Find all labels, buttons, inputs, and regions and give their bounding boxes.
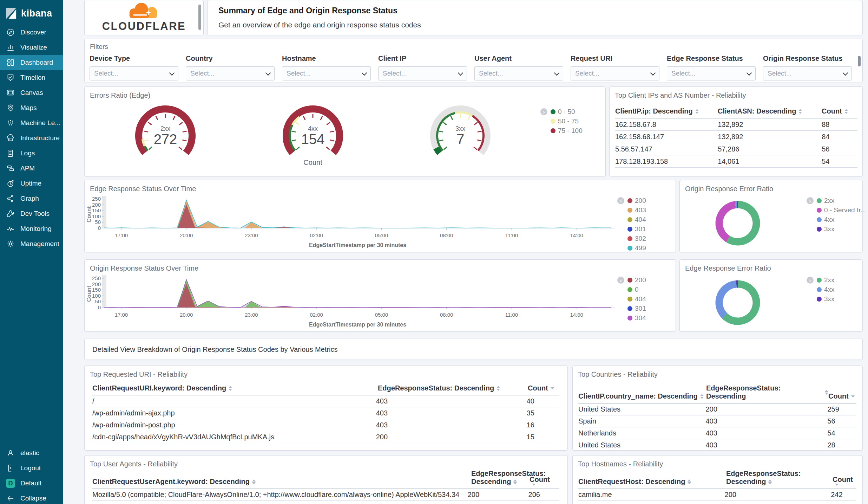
filter-select[interactable]: Select... (571, 66, 659, 80)
table-row[interactable]: /wp-admin/admin-ajax.php40335 (92, 407, 559, 419)
sidebar-item-timelion[interactable]: Timelion (0, 70, 63, 85)
panel-scrollbar[interactable] (858, 56, 861, 66)
sort-carets-icon[interactable] (688, 479, 691, 484)
column-header[interactable]: ClientRequestUserAgent.keyword: Descendi… (92, 478, 471, 486)
column-header[interactable]: EdgeResponseStatus:Descending (726, 470, 833, 486)
column-header[interactable]: EdgeResponseStatus:Descending (471, 470, 530, 486)
sidebar-item-visualize[interactable]: Visualize (0, 40, 63, 55)
sort-carets-icon[interactable] (252, 479, 256, 484)
sidebar-item-apm[interactable]: APM (0, 161, 63, 176)
column-header[interactable]: Count (833, 476, 855, 486)
sidebar-item-dashboard[interactable]: Dashboard (0, 55, 63, 70)
legend-item[interactable]: 301 (627, 305, 646, 312)
legend-item[interactable]: 302 (627, 235, 646, 243)
legend-item[interactable]: ›200 (627, 197, 646, 205)
panel-scrollbar[interactable] (198, 5, 201, 30)
sort-carets-icon[interactable] (513, 479, 517, 484)
column-header[interactable]: ClientIP.ip: Descending (615, 107, 718, 115)
table-row[interactable]: /wp-admin/admin-post.php40316 (92, 419, 559, 431)
legend-item[interactable]: 0 - Served fr... (817, 206, 866, 214)
sort-carets-icon[interactable] (768, 479, 772, 484)
sort-carets-icon[interactable] (825, 390, 828, 395)
column-header[interactable]: EdgeResponseStatus: Descending (706, 384, 828, 400)
legend-item[interactable]: 4xx (817, 216, 866, 224)
filter-select[interactable]: Select... (90, 66, 178, 80)
legend-toggle-icon[interactable]: › (617, 277, 624, 284)
sidebar-item-dev-tools[interactable]: Dev Tools (0, 206, 63, 221)
legend-item[interactable]: ›2xx (817, 197, 866, 205)
column-header[interactable]: Count (530, 476, 558, 486)
sort-carets-icon[interactable] (844, 109, 848, 114)
sort-carets-icon[interactable] (695, 109, 699, 114)
legend-item[interactable]: 0 (627, 286, 646, 293)
column-header[interactable]: EdgeResponseStatus: Descending (378, 384, 528, 392)
sidebar-item-management[interactable]: Management (0, 236, 63, 252)
table-row[interactable]: 162.158.67.8132,89288 (615, 118, 857, 131)
sidebar-item-logout[interactable]: Logout (0, 460, 63, 476)
legend-toggle-icon[interactable]: › (807, 197, 814, 204)
sort-carets-icon[interactable] (229, 386, 232, 391)
table-row[interactable]: Netherlands40354 (578, 427, 856, 439)
sidebar-item-uptime[interactable]: Uptime (0, 176, 63, 191)
filter-select[interactable]: Select... (282, 66, 371, 80)
legend-item[interactable]: 75 - 100 (551, 127, 583, 135)
column-header[interactable]: ClientASN: Descending (718, 107, 822, 115)
sort-caret-down-icon[interactable] (551, 387, 554, 389)
legend-item[interactable]: 3xx (817, 295, 835, 303)
column-header[interactable]: Count (528, 384, 558, 392)
column-header[interactable]: ClientRequestURI.keyword: Descending (92, 384, 378, 392)
legend-item[interactable]: 404 (627, 295, 646, 303)
legend-item[interactable]: 403 (627, 206, 646, 214)
sort-caret-down-icon[interactable] (835, 484, 839, 486)
table-row[interactable]: 178.128.193.15814,06154 (615, 155, 857, 168)
table-row[interactable]: /40340 (92, 395, 559, 407)
sort-carets-icon[interactable] (497, 386, 500, 391)
table-row[interactable]: camilia.me200242 (578, 489, 856, 501)
table-row[interactable]: /cdn-cgi/apps/head/xVgyKhR-vV3dAUGhMqfBc… (92, 431, 559, 443)
column-header[interactable]: Count (822, 107, 855, 115)
legend-item[interactable]: 301 (627, 225, 646, 233)
sidebar-item-elastic[interactable]: elastic (0, 445, 63, 461)
legend-item[interactable]: ›2xx (817, 276, 835, 284)
filter-select[interactable]: Select... (667, 66, 756, 80)
sidebar-item-maps[interactable]: Maps (0, 100, 63, 116)
legend-item[interactable]: 4xx (817, 286, 835, 293)
sidebar-item-default[interactable]: DDefault (0, 476, 63, 491)
table-row[interactable]: Spain40356 (578, 415, 856, 427)
legend-item[interactable]: ›200 (627, 276, 646, 284)
filter-select[interactable]: Select... (763, 66, 852, 80)
legend-item[interactable]: 304 (627, 314, 646, 322)
legend-item[interactable]: 50 - 75 (551, 117, 583, 125)
column-header[interactable]: ClientIP.country_name: Descending (578, 392, 706, 400)
column-header[interactable]: ClientRequestHost: Descending (578, 478, 726, 486)
legend-toggle-icon[interactable]: › (807, 277, 814, 284)
filter-select[interactable]: Select... (474, 66, 563, 80)
legend-item[interactable]: 404 (627, 216, 646, 224)
sidebar-item-machine-le[interactable]: Machine Le... (0, 115, 63, 131)
sidebar-item-discover[interactable]: Discover (0, 25, 63, 40)
sort-caret-down-icon[interactable] (532, 484, 535, 486)
legend-item[interactable]: 3xx (817, 225, 866, 233)
legend-toggle-icon[interactable]: › (617, 197, 624, 204)
column-header[interactable]: Count (828, 392, 855, 400)
table-row[interactable]: Mozilla/5.0 (compatible; CloudFlare-Alwa… (92, 489, 559, 501)
table-row[interactable]: United States200259 (578, 403, 856, 415)
legend-item[interactable]: 499 (627, 244, 646, 252)
sidebar-item-infrastructure[interactable]: Infrastructure (0, 130, 63, 146)
table-row[interactable]: 162.158.68.147132,89284 (615, 131, 857, 143)
legend-toggle-icon[interactable]: › (540, 108, 547, 115)
sort-carets-icon[interactable] (700, 394, 704, 399)
table-row[interactable]: 5.56.57.14757,28656 (615, 143, 857, 155)
sidebar-item-graph[interactable]: Graph (0, 191, 63, 206)
sidebar-item-monitoring[interactable]: Monitoring (0, 221, 63, 237)
filter-select[interactable]: Select... (186, 66, 275, 80)
kibana-logo[interactable]: kibana (0, 4, 63, 23)
filter-select[interactable]: Select... (378, 66, 467, 80)
sidebar-item-logs[interactable]: Logs (0, 146, 63, 161)
sidebar-item-collapse[interactable]: Collapse (0, 491, 63, 504)
table-row[interactable]: United States40328 (578, 439, 856, 451)
sort-carets-icon[interactable] (798, 109, 802, 114)
sidebar-item-canvas[interactable]: Canvas (0, 85, 63, 101)
legend-item[interactable]: ›0 - 50 (551, 108, 583, 116)
sort-caret-down-icon[interactable] (851, 395, 855, 398)
